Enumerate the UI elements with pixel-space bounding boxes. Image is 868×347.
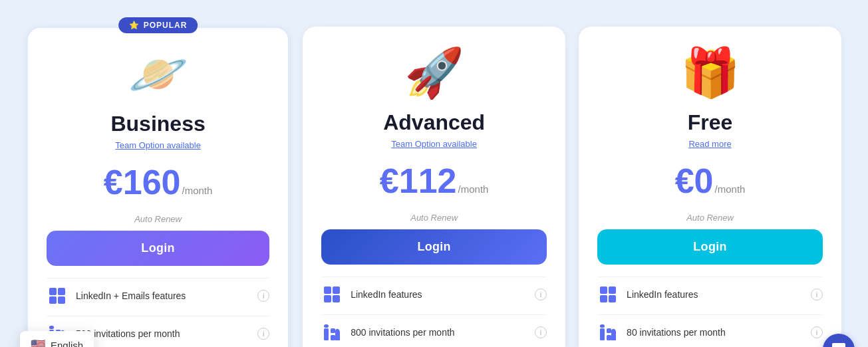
price-period-advanced: /month — [458, 183, 489, 195]
feature-left-adv-1: 800 invitations per month — [321, 322, 454, 343]
svg-rect-10 — [324, 295, 331, 302]
plan-card-free: 🎁 Free Read more €0 /month Auto Renew Lo… — [579, 27, 841, 347]
plan-card-advanced: 🚀 Advanced Team Option available €112 /m… — [303, 27, 565, 347]
feature-item-adv-1: 800 invitations per month i — [321, 314, 547, 347]
svg-rect-15 — [331, 335, 335, 340]
auto-renew-advanced: Auto Renew — [410, 213, 458, 223]
login-button-advanced[interactable]: Login — [321, 229, 547, 265]
feature-text-adv-0: LinkedIn features — [351, 289, 422, 300]
price-period-free: /month — [715, 183, 746, 195]
popular-badge-text: POPULAR — [144, 21, 188, 30]
feature-item-0: LinkedIn + Emails features i — [47, 278, 269, 313]
svg-rect-9 — [333, 287, 340, 294]
plan-icon-business: 🪐 — [128, 44, 188, 104]
info-icon-free-0[interactable]: i — [811, 289, 823, 300]
linkedin-email-icon-free — [597, 284, 619, 305]
svg-rect-19 — [609, 295, 616, 302]
price-row-business: €160 /month — [104, 162, 213, 202]
info-icon-adv-0[interactable]: i — [535, 289, 547, 300]
svg-rect-16 — [600, 287, 607, 294]
svg-rect-22 — [607, 328, 611, 333]
plan-name-free: Free — [688, 110, 733, 135]
linkedin-icon-free — [597, 322, 619, 343]
svg-rect-17 — [609, 287, 616, 294]
info-icon-0[interactable]: i — [257, 290, 269, 302]
svg-rect-12 — [324, 328, 329, 340]
feature-left-free-1: 80 invitations per month — [597, 322, 726, 343]
language-label: English — [51, 340, 83, 348]
price-amount-free: 0 — [694, 162, 714, 200]
feature-left-free-0: LinkedIn features — [597, 284, 698, 305]
price-row-advanced: €112 /month — [380, 161, 489, 201]
feature-text-free-0: LinkedIn features — [627, 289, 698, 300]
linkedin-email-icon — [47, 285, 68, 306]
feature-item-adv-0: LinkedIn features i — [321, 277, 547, 312]
svg-rect-11 — [333, 295, 340, 302]
svg-rect-2 — [49, 296, 57, 304]
pricing-page: ⭐ POPULAR 🪐 Business Team Option availab… — [0, 0, 868, 347]
price-amount-business: 160 — [123, 163, 181, 201]
price-symbol-business: € — [104, 163, 123, 201]
feature-text-free-1: 80 invitations per month — [627, 327, 726, 338]
svg-rect-1 — [58, 288, 65, 295]
price-main-business: €160 — [104, 162, 181, 202]
svg-rect-13 — [324, 324, 329, 328]
feature-item-free-0: LinkedIn features i — [597, 277, 823, 312]
info-icon-free-1[interactable]: i — [811, 326, 823, 338]
plan-icon-advanced: 🚀 — [404, 43, 464, 102]
svg-rect-18 — [600, 295, 607, 302]
feature-left-adv-0: LinkedIn features — [321, 284, 422, 305]
team-option-link-business[interactable]: Team Option available — [115, 140, 201, 150]
price-amount-advanced: 112 — [399, 162, 457, 200]
language-dropdown[interactable]: 🇺🇸 English — [20, 331, 94, 347]
feature-item-free-1: 80 invitations per month i — [597, 314, 823, 347]
team-option-link-advanced[interactable]: Team Option available — [391, 139, 477, 149]
feature-list-advanced: LinkedIn features i 800 invitations per … — [321, 277, 547, 347]
read-more-link-free[interactable]: Read more — [688, 139, 731, 149]
popular-badge: ⭐ POPULAR — [118, 17, 198, 33]
svg-rect-0 — [49, 288, 57, 295]
feature-text-adv-1: 800 invitations per month — [351, 327, 454, 338]
plan-name-advanced: Advanced — [383, 110, 485, 135]
pricing-wrapper: ⭐ POPULAR 🪐 Business Team Option availab… — [0, 0, 868, 347]
feature-list-free: LinkedIn features i 80 invitations per m… — [597, 277, 823, 347]
plan-icon-free: 🎁 — [680, 43, 740, 102]
price-row-free: €0 /month — [675, 161, 746, 201]
plan-card-business: ⭐ POPULAR 🪐 Business Team Option availab… — [27, 27, 289, 347]
svg-rect-20 — [600, 328, 605, 340]
price-main-free: €0 — [675, 161, 714, 201]
svg-rect-23 — [607, 335, 611, 340]
svg-rect-3 — [58, 296, 65, 304]
auto-renew-business: Auto Renew — [134, 214, 182, 224]
info-icon-adv-1[interactable]: i — [535, 326, 547, 338]
info-icon-1[interactable]: i — [257, 328, 269, 340]
linkedin-email-icon-adv — [321, 284, 343, 305]
plan-name-business: Business — [110, 112, 205, 136]
auto-renew-free: Auto Renew — [686, 213, 734, 223]
linkedin-icon-adv — [321, 322, 343, 343]
feature-left-0: LinkedIn + Emails features — [47, 285, 186, 306]
svg-rect-21 — [600, 324, 605, 328]
price-main-advanced: €112 — [380, 161, 457, 201]
svg-rect-14 — [331, 328, 335, 333]
price-symbol-advanced: € — [380, 162, 399, 200]
price-symbol-free: € — [675, 162, 694, 200]
price-period-business: /month — [182, 185, 213, 196]
feature-text-0: LinkedIn + Emails features — [76, 290, 186, 301]
star-icon: ⭐ — [129, 21, 140, 30]
flag-icon: 🇺🇸 — [31, 338, 45, 347]
login-button-business[interactable]: Login — [47, 231, 269, 266]
svg-rect-8 — [324, 287, 331, 294]
login-button-free[interactable]: Login — [597, 229, 823, 265]
svg-rect-5 — [49, 326, 54, 329]
